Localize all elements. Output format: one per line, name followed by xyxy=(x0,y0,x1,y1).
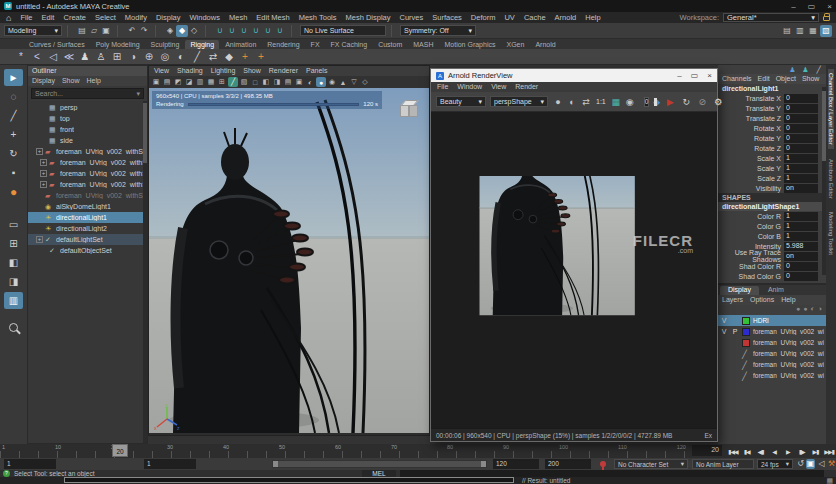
outliner-item[interactable]: + directionalLight2 xyxy=(28,223,147,234)
zoom-1to1-button[interactable]: 1:1 xyxy=(596,98,606,105)
multisample-icon[interactable]: ◐ xyxy=(305,77,315,87)
channel-value-field[interactable]: on xyxy=(784,184,818,193)
menu-item[interactable]: Modify xyxy=(125,13,147,22)
ab-compare-icon[interactable]: ◐ xyxy=(566,96,578,108)
outliner-item[interactable]: + front xyxy=(28,124,147,135)
play-backwards-button[interactable]: ◀ xyxy=(767,448,781,455)
step-fwd-key-button[interactable]: ▮▶ xyxy=(795,448,809,455)
channel-box-menu-item[interactable]: Channels xyxy=(722,75,752,83)
menu-item[interactable]: Arnold xyxy=(555,13,577,22)
rotate-tool[interactable]: ↻ xyxy=(4,145,23,162)
channel-value-field[interactable]: 0 xyxy=(784,94,818,103)
textured-icon[interactable]: □ xyxy=(250,77,260,87)
quick-rig-icon[interactable]: ♟ xyxy=(78,50,92,64)
scale-tool[interactable]: ▪ xyxy=(4,164,23,181)
display-layer-row[interactable]: V HDRI xyxy=(718,315,826,326)
shape-node-name[interactable]: directionalLightShape1 xyxy=(718,202,826,211)
open-scene-icon[interactable]: ▱ xyxy=(88,25,100,37)
snap-live-icon[interactable]: ∪ xyxy=(274,25,286,37)
pose-icon[interactable]: ◆ xyxy=(222,50,236,64)
lasso-tool[interactable]: ◌ xyxy=(4,88,23,105)
layer-color-swatch[interactable] xyxy=(742,317,750,325)
set-key-icon[interactable] xyxy=(600,461,606,467)
title-bar[interactable]: M untitled - Autodesk MAYA Creative – ▭ … xyxy=(0,0,836,12)
mute-audio-icon[interactable]: ◁ xyxy=(817,459,826,469)
outliner-search-input[interactable]: Search... ▾ xyxy=(31,88,144,99)
layer-editor-tab[interactable]: Display xyxy=(720,286,759,295)
select-hierarchy-icon[interactable]: ◈ xyxy=(164,25,176,37)
menu-item[interactable]: Edit xyxy=(42,13,55,22)
settings-gear-icon[interactable]: ⚙ xyxy=(712,96,724,108)
2d-pan-icon[interactable]: ▦ xyxy=(206,77,216,87)
sidebar-vertical-tab[interactable]: Modeling Toolkit xyxy=(828,208,834,259)
shelf-tab[interactable]: Motion Graphics xyxy=(440,40,501,49)
joints-xray-icon[interactable]: ▽ xyxy=(349,77,359,87)
outliner-item[interactable]: + defaultObjectSet xyxy=(28,245,147,256)
step-fwd-frame-button[interactable]: ▶▮ xyxy=(809,448,823,455)
mel-toggle-button[interactable]: MEL xyxy=(362,470,396,477)
modeling-toolkit-toggle-icon[interactable]: ▤ xyxy=(781,25,793,37)
grid-icon[interactable]: ⊞ xyxy=(217,77,227,87)
shelf-tab[interactable]: Rendering xyxy=(262,40,304,49)
manip-medium-icon[interactable]: ♟ xyxy=(801,65,810,74)
channel-value-field[interactable]: 0 xyxy=(784,124,818,133)
layout-split-right[interactable]: ◨ xyxy=(4,273,23,290)
ik-handle-icon[interactable]: < xyxy=(30,50,44,64)
menu-item[interactable]: UV xyxy=(504,13,514,22)
camera-attrs-icon[interactable]: ◩ xyxy=(173,77,183,87)
character-set-select[interactable]: No Character Set ▾ xyxy=(614,459,688,469)
attribute-editor-toggle-icon[interactable]: ▦ xyxy=(807,25,819,37)
channel-value-field[interactable]: 1 xyxy=(784,164,818,173)
panel-menu-item[interactable]: Renderer xyxy=(269,67,298,75)
outliner-item[interactable]: + top xyxy=(28,113,147,124)
expand-toggle-icon[interactable]: + xyxy=(36,236,43,243)
last-tool-button[interactable]: ● xyxy=(4,183,23,200)
save-scene-icon[interactable]: ▣ xyxy=(100,25,112,37)
expand-toggle-icon[interactable]: + xyxy=(40,159,47,166)
layer-menu-item[interactable]: Help xyxy=(781,296,795,304)
close-button[interactable]: × xyxy=(827,2,832,11)
anim-start-field[interactable]: 1 xyxy=(4,459,56,469)
channel-value-field[interactable]: 5.988 xyxy=(784,242,818,251)
range-slider-track[interactable] xyxy=(272,460,487,468)
outliner-scrollbar[interactable] xyxy=(143,101,147,443)
range-end-handle[interactable] xyxy=(481,461,486,467)
exposure-value-field[interactable]: 0 xyxy=(644,97,650,107)
select-camera-icon[interactable]: ▣ xyxy=(151,77,161,87)
display-layer-row[interactable]: foreman_UVrig_v002_withShade xyxy=(718,337,826,348)
exposure-icon[interactable]: ◇ xyxy=(360,77,370,87)
menu-item[interactable]: Deform xyxy=(471,13,496,22)
menu-item[interactable]: Select xyxy=(95,13,116,22)
outliner-item[interactable]: + foreman_UVrig_v002_withShader_4_mach xyxy=(28,146,147,157)
shelf-tab[interactable]: Curves / Surfaces xyxy=(24,40,90,49)
shelf-tab[interactable]: Poly Modeling xyxy=(91,40,145,49)
channel-value-field[interactable]: 0 xyxy=(784,104,818,113)
shaded-icon[interactable]: ▧ xyxy=(239,77,249,87)
shelf-tab[interactable]: Animation xyxy=(220,40,261,49)
layout-four-pane[interactable]: ⊞ xyxy=(4,235,23,252)
go-to-end-button[interactable]: ▶▶▮ xyxy=(822,448,836,455)
auto-key-toggle-icon[interactable]: ▣ xyxy=(806,459,815,469)
outliner-item[interactable]: + directionalLight1 xyxy=(28,212,147,223)
xray-icon[interactable]: ▲ xyxy=(338,77,348,87)
display-layer-row[interactable]: foreman_UVrig_v002_withShad xyxy=(718,348,826,359)
shelf-tab[interactable]: FX xyxy=(306,40,325,49)
camera-select[interactable]: perspShape ▾ xyxy=(490,96,548,107)
layer-menu-item[interactable]: Options xyxy=(750,296,774,304)
humanik-toggle-icon[interactable]: ▥ xyxy=(794,25,806,37)
panel-menu-item[interactable]: Show xyxy=(243,67,261,75)
menu-item[interactable]: Windows xyxy=(190,13,220,22)
channel-box-menu-item[interactable]: Edit xyxy=(758,75,770,83)
panel-menu-item[interactable]: Panels xyxy=(306,67,327,75)
menu-item[interactable]: Display xyxy=(156,13,181,22)
select-component-icon[interactable]: ◇ xyxy=(188,25,200,37)
home-icon[interactable]: ⌂ xyxy=(6,14,11,22)
exposure-toggle[interactable]: Ex xyxy=(704,432,712,439)
step-back-frame-button[interactable]: ▮◀ xyxy=(740,448,754,455)
anim-end-field[interactable]: 200 xyxy=(545,459,591,469)
display-layer-row[interactable]: V P foreman_UVrig_v002_withShad xyxy=(718,326,826,337)
maximize-button[interactable]: ▭ xyxy=(808,2,816,11)
new-empty-layer-icon[interactable]: ● xyxy=(796,305,800,315)
expand-toggle-icon[interactable]: + xyxy=(40,170,47,177)
humanik-icon[interactable]: ♙ xyxy=(94,50,108,64)
